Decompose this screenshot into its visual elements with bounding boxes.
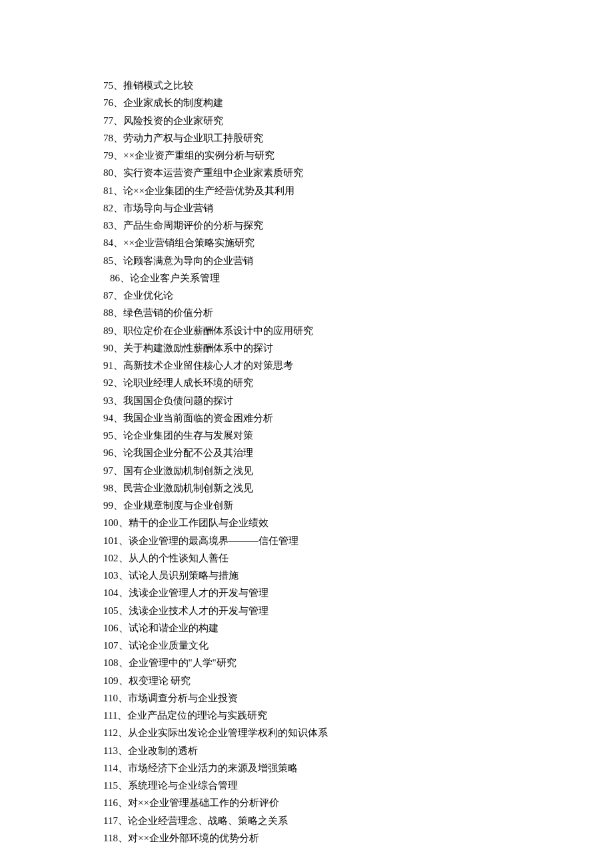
item-separator: 、 <box>113 115 123 126</box>
list-item: 114、市场经济下企业活力的来源及增强策略 <box>103 759 573 777</box>
item-separator: 、 <box>113 447 123 458</box>
item-separator: 、 <box>119 570 129 581</box>
item-number: 107 <box>103 640 119 651</box>
list-item: 91、高新技术企业留住核心人才的对策思考 <box>103 357 573 374</box>
item-number: 101 <box>103 535 119 546</box>
item-separator: 、 <box>118 727 128 738</box>
list-item: 84、××企业营销组合策略实施研究 <box>103 234 573 251</box>
item-separator: 、 <box>119 605 129 616</box>
item-number: 80 <box>103 167 113 178</box>
item-text: 我国国企负债问题的探讨 <box>123 395 233 406</box>
item-number: 82 <box>103 203 113 213</box>
item-text: 谈企业管理的最高境界———信任管理 <box>129 535 299 546</box>
item-number: 110 <box>103 693 118 703</box>
list-item: 82、市场导向与企业营销 <box>103 199 573 217</box>
item-text: 绿色营销的价值分析 <box>123 307 213 318</box>
item-number: 75 <box>103 80 113 91</box>
item-text: 民营企业激励机制创新之浅见 <box>123 483 253 493</box>
item-number: 111 <box>103 710 117 721</box>
item-number: 81 <box>103 185 113 196</box>
item-text: 企业产品定位的理论与实践研究 <box>127 710 267 721</box>
list-item: 118、对××企业外部环境的优势分析 <box>103 829 573 847</box>
list-item: 76、企业家成长的制度构建 <box>103 94 573 111</box>
item-number: 104 <box>103 587 119 598</box>
item-text: 试论人员识别策略与措施 <box>129 570 239 581</box>
list-item: 115、系统理论与企业综合管理 <box>103 777 573 794</box>
list-item: 108、企业管理中的"人学"研究 <box>103 654 573 671</box>
item-number: 85 <box>103 255 113 266</box>
list-item: 107、试论企业质量文化 <box>103 637 573 654</box>
list-item: 98、民营企业激励机制创新之浅见 <box>103 479 573 497</box>
item-number: 100 <box>103 517 119 528</box>
document-list: 75、推销模式之比较76、企业家成长的制度构建77、风险投资的企业家研究78、劳… <box>0 0 613 868</box>
list-item: 117、论企业经营理念、战略、策略之关系 <box>103 812 573 829</box>
item-number: 97 <box>103 465 113 476</box>
item-separator: 、 <box>120 273 130 283</box>
item-separator: 、 <box>113 255 123 266</box>
list-item: 96、论我国企业分配不公及其治理 <box>103 444 573 461</box>
list-item: 89、职位定价在企业薪酬体系设计中的应用研究 <box>103 322 573 339</box>
list-item: 102、从人的个性谈知人善任 <box>103 549 573 567</box>
item-text: 企业家成长的制度构建 <box>123 97 223 108</box>
list-item: 80、实行资本运营资产重组中企业家素质研究 <box>103 164 573 181</box>
item-separator: 、 <box>119 640 129 651</box>
item-number: 88 <box>103 307 113 318</box>
item-number: 89 <box>103 325 113 336</box>
item-separator: 、 <box>113 185 123 196</box>
list-item: 87、企业优化论 <box>103 287 573 304</box>
list-item: 112、从企业实际出发论企业管理学权利的知识体系 <box>103 724 573 741</box>
item-number: 103 <box>103 570 119 581</box>
item-text: 企业优化论 <box>123 290 173 301</box>
item-number: 94 <box>103 413 113 423</box>
item-text: 论我国企业分配不公及其治理 <box>123 447 253 458</box>
item-separator: 、 <box>113 325 123 336</box>
item-separator: 、 <box>113 307 123 318</box>
item-text: 推销模式之比较 <box>123 80 193 91</box>
item-separator: 、 <box>118 780 128 791</box>
item-text: 论××企业集团的生产经营优势及其利用 <box>123 185 295 196</box>
item-number: 96 <box>103 447 113 458</box>
list-item: 95、论企业集团的生存与发展对策 <box>103 427 573 444</box>
list-item: 75、推销模式之比较 <box>103 77 573 94</box>
item-separator: 、 <box>118 797 128 808</box>
list-item: 104、浅读企业管理人才的开发与管理 <box>103 584 573 601</box>
item-number: 76 <box>103 97 113 108</box>
item-text: 劳动力产权与企业职工持股研究 <box>123 133 263 143</box>
item-text: 论企业集团的生存与发展对策 <box>123 430 253 441</box>
item-number: 108 <box>103 657 119 668</box>
item-number: 84 <box>103 237 113 248</box>
item-separator: 、 <box>113 150 123 161</box>
item-number: 112 <box>103 727 118 738</box>
item-number: 93 <box>103 395 113 406</box>
item-separator: 、 <box>113 220 123 231</box>
item-number: 98 <box>103 483 113 493</box>
item-number: 87 <box>103 290 113 301</box>
item-number: 116 <box>103 797 118 808</box>
list-item: 85、论顾客满意为导向的企业营销 <box>103 252 573 269</box>
item-text: 市场导向与企业营销 <box>123 203 213 213</box>
item-number: 86 <box>110 273 120 283</box>
item-text: 对××企业管理基础工作的分析评价 <box>128 797 279 808</box>
item-separator: 、 <box>113 290 123 301</box>
item-text: 市场经济下企业活力的来源及增强策略 <box>128 763 298 773</box>
item-separator: 、 <box>118 763 128 773</box>
item-number: 115 <box>103 780 118 791</box>
item-separator: 、 <box>118 693 128 703</box>
item-separator: 、 <box>119 587 129 598</box>
item-text: ××企业营销组合策略实施研究 <box>123 237 255 248</box>
item-text: 试论企业质量文化 <box>129 640 209 651</box>
item-number: 106 <box>103 623 119 633</box>
list-item: 88、绿色营销的价值分析 <box>103 304 573 321</box>
item-text: 我国企业当前面临的资金困难分析 <box>123 413 273 423</box>
item-separator: 、 <box>113 500 123 511</box>
item-separator: 、 <box>113 430 123 441</box>
item-separator: 、 <box>113 97 123 108</box>
item-number: 92 <box>103 377 113 388</box>
item-separator: 、 <box>119 675 129 686</box>
item-separator: 、 <box>113 360 123 371</box>
item-text: 浅读企业管理人才的开发与管理 <box>129 587 269 598</box>
item-separator: 、 <box>113 80 123 91</box>
item-text: 论职业经理人成长环境的研究 <box>123 377 253 388</box>
item-number: 114 <box>103 763 118 773</box>
item-number: 102 <box>103 553 119 563</box>
